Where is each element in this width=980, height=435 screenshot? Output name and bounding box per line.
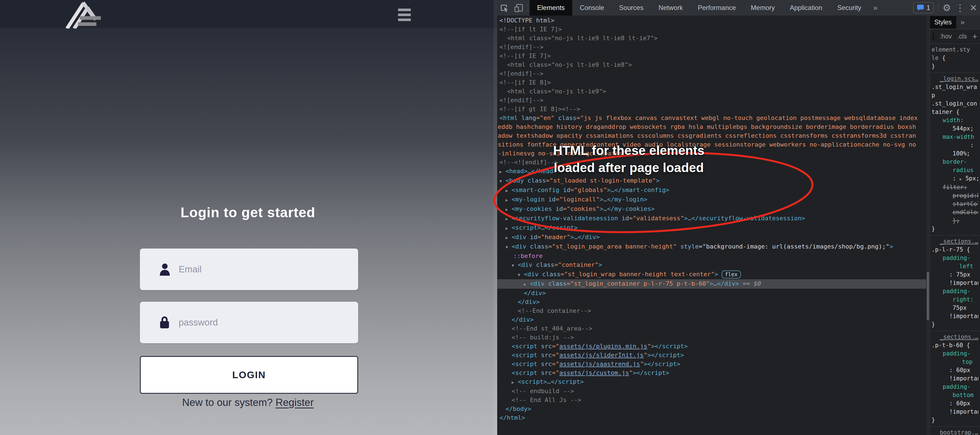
code-line[interactable]: <!-- build:js --> xyxy=(497,333,926,342)
code-line[interactable]: <script src="assets/js/custom.js"></scri… xyxy=(497,368,926,378)
code-line[interactable]: </div> xyxy=(497,289,926,298)
code-line[interactable]: </div> xyxy=(497,315,926,324)
style-line[interactable]: element.sty xyxy=(932,45,978,54)
stylesheet-link[interactable]: _sections.… xyxy=(932,333,978,341)
style-line[interactable]: bottom xyxy=(932,391,978,399)
styles-overflow-chevron[interactable]: » xyxy=(961,18,964,27)
code-line[interactable]: </div> xyxy=(497,298,926,306)
style-line[interactable]: !important; xyxy=(932,374,978,382)
inspect-element-icon[interactable] xyxy=(497,0,512,16)
code-line[interactable]: <!--[if IE 7]> xyxy=(497,51,926,61)
code-line[interactable]: <![endif]--> xyxy=(497,96,926,105)
console-messages-button[interactable]: 1 xyxy=(913,2,934,13)
kebab-menu-icon[interactable]: ⋮ xyxy=(953,2,967,13)
style-line[interactable]: progid:DXImage xyxy=(932,191,978,200)
style-line[interactable]: right: xyxy=(932,295,978,304)
device-toolbar-icon[interactable] xyxy=(512,0,526,16)
tab-elements[interactable]: Elements xyxy=(530,0,572,16)
code-line[interactable]: ::before xyxy=(497,252,926,260)
tab-console[interactable]: Console xyxy=(572,0,612,16)
code-line[interactable]: adow textshadow opacity cssanimations cs… xyxy=(497,131,926,140)
toggle-classes[interactable]: .cls xyxy=(957,33,967,40)
menu-hamburger-icon[interactable] xyxy=(398,9,411,24)
tab-memory[interactable]: Memory xyxy=(743,0,783,16)
style-line[interactable]: width: xyxy=(932,116,978,124)
style-line[interactable]: padding- xyxy=(932,254,978,262)
settings-gear-icon[interactable]: ⚙ xyxy=(940,2,953,13)
code-line[interactable]: <html class="no-js lt-ie9 lt-ie8 lt-ie7"… xyxy=(497,34,926,43)
code-line[interactable]: <!--[if IE 8]> xyxy=(497,78,926,87)
code-line[interactable]: ▼<div class="st_login_wrap banner-height… xyxy=(497,270,926,279)
style-line[interactable]: : 60px xyxy=(932,366,978,374)
style-line[interactable]: .st_login_wra xyxy=(932,83,978,91)
code-line[interactable]: ▼<div class="container"> xyxy=(497,260,926,270)
style-line[interactable]: radius xyxy=(932,166,978,174)
style-line[interactable]: p xyxy=(932,91,978,99)
code-line[interactable]: <![endif]--> xyxy=(497,69,926,78)
style-line[interactable]: startColorstr xyxy=(932,200,978,208)
style-line[interactable]: padding- xyxy=(932,349,978,358)
style-line[interactable]: } xyxy=(932,62,978,70)
style-line[interactable]: padding- xyxy=(932,382,978,391)
style-line[interactable]: border- xyxy=(932,158,978,166)
code-line[interactable]: <!--End container--> xyxy=(497,306,926,315)
elements-scrollbar[interactable] xyxy=(926,16,929,435)
tab-security[interactable]: Security xyxy=(830,0,869,16)
login-button[interactable]: LOGIN xyxy=(140,356,358,394)
code-line[interactable]: <html class="no-js lt-ie9 lt-ie8"> xyxy=(497,61,926,69)
tab-styles[interactable]: Styles xyxy=(930,16,956,29)
code-line[interactable]: </body> xyxy=(497,405,926,413)
style-line[interactable]: tainer { xyxy=(932,108,978,116)
style-line[interactable]: endColorstr xyxy=(932,208,978,217)
code-line[interactable]: ▶<div class="st_login_container p-l-r-75… xyxy=(497,279,926,289)
style-line[interactable]: .st_login_con xyxy=(932,99,978,108)
style-line[interactable]: .p-l-r-75 { xyxy=(932,245,978,254)
code-line[interactable]: ▼<div class="st_login_page_area banner-h… xyxy=(497,242,926,252)
style-line[interactable]: } xyxy=(932,320,978,328)
code-line[interactable]: <script src="assets/js/saastrend.js"></s… xyxy=(497,360,926,368)
styles-filter-box[interactable] xyxy=(932,33,934,40)
close-devtools-icon[interactable]: × xyxy=(967,2,980,14)
code-line[interactable]: <html class="no-js lt-ie9"> xyxy=(497,87,926,96)
style-line[interactable]: filter: xyxy=(932,183,978,191)
tab-network[interactable]: Network xyxy=(651,0,690,16)
style-line[interactable]: 75px xyxy=(932,304,978,312)
code-line[interactable]: <html lang="en" class="js js flexbox can… xyxy=(497,113,926,123)
style-line[interactable]: !important; xyxy=(932,312,978,320)
style-line[interactable]: } xyxy=(932,225,978,233)
new-style-rule-button[interactable]: + xyxy=(972,32,977,41)
code-line[interactable]: <!-- End All Js --> xyxy=(497,396,926,405)
style-line[interactable]: 100%; xyxy=(932,149,978,158)
code-line[interactable]: <!DOCTYPE html> xyxy=(497,16,926,25)
email-input[interactable] xyxy=(179,249,345,290)
toggle-hover-state[interactable]: :hov xyxy=(940,33,951,40)
stylesheet-link[interactable]: _login.scs… xyxy=(932,75,978,83)
tab-sources[interactable]: Sources xyxy=(612,0,651,16)
style-line[interactable]: left xyxy=(932,262,978,271)
stylesheet-link[interactable]: _sections.… xyxy=(932,237,978,245)
tab-application[interactable]: Application xyxy=(782,0,830,16)
code-line[interactable]: <!-- endbuild --> xyxy=(497,387,926,396)
style-line[interactable]: 544px; xyxy=(932,124,978,133)
code-line[interactable]: <![endif]--> xyxy=(497,43,926,51)
style-line[interactable]: : 60px xyxy=(932,399,978,408)
style-line[interactable]: : ▶ 5px; xyxy=(932,174,978,183)
code-line[interactable]: </html> xyxy=(497,413,926,422)
password-input[interactable] xyxy=(179,302,345,343)
code-line[interactable]: <!--[if lt IE 7]> xyxy=(497,25,926,34)
register-link[interactable]: Register xyxy=(275,397,314,408)
tab-performance[interactable]: Performance xyxy=(690,0,743,16)
stylesheet-link[interactable]: bootstrap.… xyxy=(932,429,978,435)
style-line[interactable]: !important; xyxy=(932,279,978,287)
code-line[interactable]: <script src="assets/js/sliderInit.js"></… xyxy=(497,351,926,360)
style-line[interactable]: padding- xyxy=(932,287,978,295)
style-line[interactable]: top xyxy=(932,358,978,366)
code-line[interactable]: <script src="assets/js/plugins.min.js"><… xyxy=(497,342,926,351)
style-line[interactable]: : 75px xyxy=(932,271,978,279)
code-line[interactable]: ▶<script>…</script> xyxy=(497,378,926,387)
style-line[interactable]: max-width xyxy=(932,133,978,141)
code-line[interactable]: <!--[if gt IE 8]><!--> xyxy=(497,105,926,113)
style-line[interactable]: }; xyxy=(932,217,978,225)
code-line[interactable]: eddb hashchange history draganddrop webs… xyxy=(497,123,926,131)
code-line[interactable]: <!--End st_404_area--> xyxy=(497,324,926,333)
